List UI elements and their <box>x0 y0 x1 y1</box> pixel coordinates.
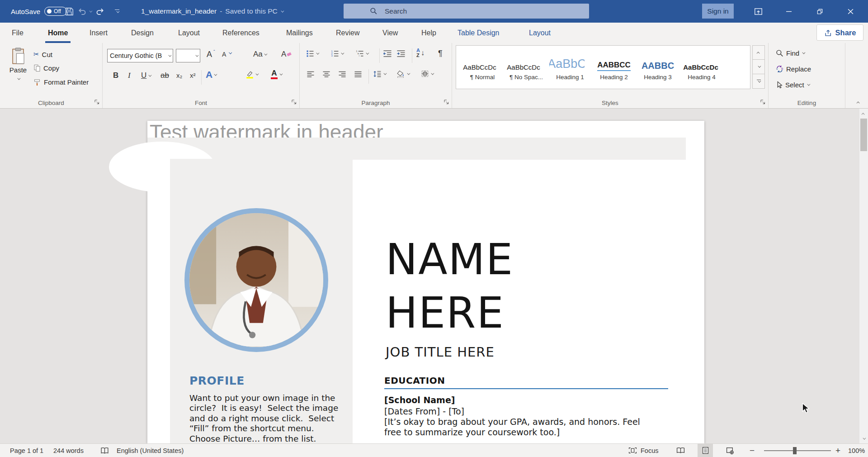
tab-review[interactable]: Review <box>335 23 360 43</box>
numbering-button[interactable]: 123 <box>331 50 343 57</box>
shading-button[interactable] <box>396 70 409 78</box>
styles-dialog-launcher-icon[interactable] <box>760 99 766 105</box>
ribbon-display-options-button[interactable] <box>745 0 771 23</box>
education-heading[interactable]: EDUCATION <box>384 375 674 386</box>
paste-button[interactable]: Paste <box>5 48 31 82</box>
text-effects-button[interactable]: A <box>206 69 216 80</box>
education-body-text[interactable]: [It’s okay to brag about your GPA, award… <box>384 417 656 437</box>
tab-home[interactable]: Home <box>47 23 69 43</box>
zoom-slider-thumb[interactable] <box>793 447 797 454</box>
align-right-button[interactable] <box>338 71 346 78</box>
undo-dropdown[interactable] <box>87 0 93 23</box>
clear-formatting-button[interactable]: A <box>281 50 291 59</box>
styles-gallery-more-button[interactable] <box>752 74 765 89</box>
clipboard-dialog-launcher-icon[interactable] <box>94 99 100 105</box>
print-layout-button[interactable] <box>698 444 713 457</box>
profile-body-text[interactable]: Want to put your own image in the circle… <box>189 393 340 443</box>
style-heading-1[interactable]: AaBbC Heading 1 <box>549 48 591 87</box>
style-normal[interactable]: AaBbCcDc ¶ Normal <box>462 48 503 87</box>
select-button[interactable]: Select <box>776 81 809 89</box>
undo-button[interactable] <box>76 0 88 23</box>
font-size-combo[interactable] <box>176 49 200 62</box>
scroll-up-button[interactable] <box>859 109 868 118</box>
resume-job-title[interactable]: JOB TITLE HERE <box>386 344 495 360</box>
search-input[interactable]: Search <box>344 4 589 19</box>
zoom-slider[interactable] <box>764 450 831 451</box>
italic-button[interactable]: I <box>128 71 131 80</box>
multilevel-list-button[interactable]: 1ai <box>356 50 368 57</box>
paragraph-dialog-launcher-icon[interactable] <box>443 99 449 105</box>
close-button[interactable] <box>837 0 863 23</box>
align-center-button[interactable] <box>322 71 330 78</box>
font-color-button[interactable]: A <box>271 69 282 79</box>
redo-button[interactable] <box>94 0 107 23</box>
vertical-scrollbar[interactable] <box>859 109 868 443</box>
cut-button[interactable]: ✂ Cut <box>33 50 52 58</box>
line-spacing-button[interactable] <box>373 70 386 78</box>
tab-layout-contextual[interactable]: Layout <box>528 23 552 43</box>
school-name-text[interactable]: [School Name] <box>384 395 455 405</box>
highlight-button[interactable] <box>245 70 258 79</box>
bullets-button[interactable] <box>306 50 318 57</box>
strikethrough-button[interactable]: ab <box>160 71 169 80</box>
bold-button[interactable]: B <box>113 71 118 80</box>
autosave-toggle[interactable]: AutoSave Off <box>11 0 67 23</box>
style-heading-4[interactable]: AaBbCcDc Heading 4 <box>681 48 722 87</box>
restore-button[interactable] <box>807 0 833 23</box>
scrollbar-thumb[interactable] <box>860 119 867 151</box>
superscript-button[interactable]: x² <box>190 71 196 79</box>
tab-references[interactable]: References <box>222 23 260 43</box>
increase-indent-button[interactable] <box>396 50 406 57</box>
style-no-spacing[interactable]: AaBbCcDc ¶ No Spac... <box>505 48 547 87</box>
document-page[interactable]: Test watermark in header <box>147 121 704 443</box>
styles-scroll-down-button[interactable] <box>752 60 765 74</box>
collapse-ribbon-button[interactable] <box>858 97 860 105</box>
scroll-down-button[interactable] <box>859 434 868 443</box>
tab-file[interactable]: File <box>11 23 24 43</box>
underline-button[interactable]: U <box>141 71 151 80</box>
tab-layout[interactable]: Layout <box>177 23 201 43</box>
tab-mailings[interactable]: Mailings <box>285 23 314 43</box>
zoom-out-button[interactable]: − <box>750 444 755 457</box>
customize-quick-access-button[interactable] <box>111 0 123 23</box>
zoom-in-button[interactable]: + <box>835 444 840 457</box>
tab-design[interactable]: Design <box>130 23 155 43</box>
web-layout-button[interactable] <box>722 444 738 457</box>
tab-view[interactable]: View <box>382 23 399 43</box>
language-indicator[interactable]: English (United States) <box>117 444 184 457</box>
subscript-button[interactable]: x₂ <box>176 71 182 79</box>
read-mode-button[interactable] <box>673 444 688 457</box>
sign-in-button[interactable]: Sign in <box>702 4 734 19</box>
window-title[interactable]: 1_watermark_in_header - Saved to this PC <box>141 0 283 23</box>
page-indicator[interactable]: Page 1 of 1 <box>10 444 43 457</box>
word-count[interactable]: 244 words <box>53 444 84 457</box>
change-case-button[interactable]: Aa <box>253 50 266 59</box>
tab-insert[interactable]: Insert <box>89 23 108 43</box>
focus-button[interactable]: Focus <box>628 444 659 457</box>
proofing-status-button[interactable] <box>100 444 109 457</box>
font-name-combo[interactable]: Century Gothic (B <box>107 49 173 62</box>
tab-help[interactable]: Help <box>420 23 437 43</box>
style-heading-3[interactable]: AABBC Heading 3 <box>637 48 679 87</box>
tab-table-design[interactable]: Table Design <box>457 23 500 43</box>
style-heading-2[interactable]: AABBCC Heading 2 <box>593 48 635 87</box>
resume-name[interactable]: NAME HERE <box>386 233 514 340</box>
zoom-level[interactable]: 100% <box>848 444 865 457</box>
profile-photo[interactable] <box>184 208 328 352</box>
shrink-font-button[interactable]: A <box>222 51 230 58</box>
grow-font-button[interactable]: Aˆ <box>207 50 215 59</box>
justify-button[interactable] <box>354 71 362 78</box>
decrease-indent-button[interactable] <box>383 50 392 57</box>
copy-button[interactable]: Copy <box>33 64 59 72</box>
share-button[interactable]: Share <box>816 24 863 41</box>
find-button[interactable]: Find <box>776 49 804 57</box>
profile-heading[interactable]: PROFILE <box>189 374 245 387</box>
borders-button[interactable] <box>421 70 433 77</box>
styles-scroll-up-button[interactable] <box>752 45 765 60</box>
replace-button[interactable]: bc Replace <box>776 65 811 73</box>
format-painter-button[interactable]: Format Painter <box>33 78 89 86</box>
align-left-button[interactable] <box>307 71 315 78</box>
font-dialog-launcher-icon[interactable] <box>291 99 297 105</box>
save-button[interactable] <box>62 0 76 23</box>
sort-button[interactable]: A Z ↓ <box>416 48 425 58</box>
